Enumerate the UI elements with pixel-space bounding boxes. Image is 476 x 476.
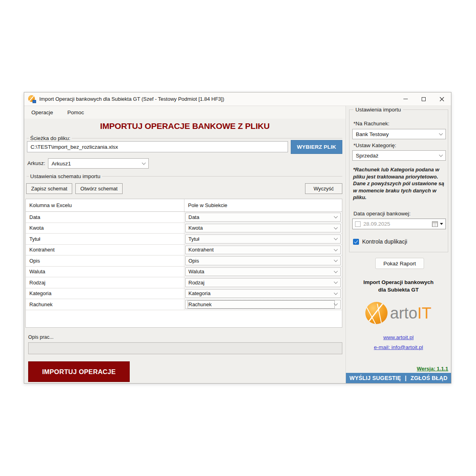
table-row: Opis Opis	[26, 255, 342, 267]
titlebar: Import Operacji bankowych dla Subiekta G…	[24, 92, 451, 106]
chevron-down-icon	[439, 153, 443, 157]
priority-note: *Rachunek lub Kategoria podana w pliku j…	[353, 166, 445, 201]
operation-date-picker[interactable]: 28.09.2025	[352, 219, 446, 229]
chevron-down-icon	[334, 236, 338, 240]
app-window: Import Operacji bankowych dla Subiekta G…	[24, 92, 451, 384]
table-row: Tytuł Tytuł	[26, 234, 342, 245]
window-title: Import Operacji bankowych dla Subiekta G…	[39, 96, 224, 102]
chevron-down-icon	[334, 291, 338, 295]
subiekt-field-value: Tytuł	[188, 235, 334, 243]
operation-date-label: Data operacji bankowej:	[353, 211, 411, 217]
schema-group-label: Ustawienia schematu importu	[30, 173, 102, 179]
category-label: *Ustaw Kategorię:	[353, 142, 396, 148]
save-schema-button[interactable]: Zapisz schemat	[26, 183, 72, 194]
subiekt-field-combo[interactable]: Data	[185, 213, 341, 222]
account-select-value: Bank Testowy	[356, 131, 389, 137]
subiekt-field-combo[interactable]: Rodzaj	[185, 278, 341, 287]
branding-line-2: dla Subiekta GT	[346, 287, 451, 293]
subiekt-field-combo[interactable]: Kategoria	[185, 289, 341, 298]
table-row: Waluta Waluta	[26, 267, 342, 278]
excel-column-cell: Kategoria	[26, 288, 184, 299]
date-dropdown-arrow-icon[interactable]	[440, 223, 443, 225]
logo-text-gray: arto	[390, 304, 417, 322]
subiekt-field-combo[interactable]: Opis	[185, 256, 341, 265]
table-row: Data Data	[26, 212, 342, 223]
subiekt-field-combo[interactable]: Rachunek	[185, 300, 341, 309]
chevron-down-icon	[439, 132, 443, 136]
table-row: Kategoria Kategoria	[26, 288, 342, 299]
chevron-down-icon	[334, 225, 338, 229]
maximize-button[interactable]	[415, 92, 433, 106]
main-area: Operacje Pomoc IMPORTUJ OPERACJE BANKOWE…	[24, 106, 345, 383]
logo-text-orange: IT	[417, 304, 432, 322]
duplicate-check-checkbox[interactable]	[353, 239, 359, 245]
subiekt-field-value: Waluta	[188, 268, 334, 275]
choose-file-button[interactable]: WYBIERZ PLIK	[291, 140, 342, 154]
import-operations-button[interactable]: IMPORTUJ OPERACJE	[28, 361, 130, 382]
subiekt-field-value: Kontrahent	[188, 246, 334, 253]
page-background: Import Operacji bankowych dla Subiekta G…	[0, 0, 476, 476]
subiekt-field-value: Rachunek	[188, 301, 334, 308]
category-select[interactable]: Sprzedaż	[352, 150, 446, 161]
chevron-down-icon	[142, 161, 146, 165]
open-schema-button[interactable]: Otwórz schemat	[75, 183, 123, 194]
app-logo-icon	[28, 95, 36, 103]
menu-pomoc[interactable]: Pomoc	[66, 108, 86, 117]
table-row: Rodzaj Rodzaj	[26, 277, 342, 288]
table-row: Kwota Kwota	[26, 223, 342, 234]
file-path-input[interactable]	[27, 141, 288, 152]
version-link[interactable]: Wersja: 1.1.1	[417, 366, 448, 372]
subiekt-field-combo[interactable]: Kwota	[185, 224, 341, 233]
branding-line-1: Import Operacji bankowych	[346, 279, 451, 285]
excel-column-cell: Tytuł	[26, 234, 184, 244]
chevron-down-icon	[334, 269, 338, 273]
subiekt-field-combo[interactable]: Tytuł	[185, 234, 341, 244]
duplicate-check-label: Kontrola duplikacji	[362, 238, 407, 245]
close-button[interactable]	[433, 92, 451, 106]
mapping-table-header: Kolumna w Excelu Pole w Subiekcie	[26, 199, 342, 212]
report-bug-link[interactable]: ZGŁOŚ BŁĄD	[411, 375, 447, 381]
subiekt-field-combo[interactable]: Kontrahent	[185, 246, 341, 255]
clear-button[interactable]: Wyczyść	[305, 183, 342, 194]
subiekt-field-header: Pole w Subiekcie	[184, 199, 342, 211]
account-select[interactable]: Bank Testowy	[352, 129, 446, 139]
subiekt-field-combo[interactable]: Waluta	[185, 267, 341, 276]
artoit-sphere-icon	[365, 302, 388, 324]
close-icon	[440, 97, 444, 102]
menu-operacje[interactable]: Operacje	[30, 108, 55, 117]
chevron-down-icon	[334, 302, 338, 306]
minimize-icon	[403, 99, 408, 100]
chevron-down-icon	[334, 280, 338, 284]
progress-bar	[28, 342, 342, 354]
maximize-icon	[422, 97, 426, 101]
excel-column-cell: Rodzaj	[26, 277, 184, 288]
chevron-down-icon	[334, 215, 338, 219]
subiekt-field-value: Kwota	[188, 224, 334, 232]
calendar-icon	[432, 221, 438, 227]
date-checkbox[interactable]	[355, 221, 361, 227]
excel-column-cell: Waluta	[26, 267, 184, 277]
sheet-select-value: Arkusz1	[52, 161, 71, 167]
account-label: *Na Rachunek:	[353, 121, 390, 127]
duplicate-check-row: Kontrola duplikacji	[353, 238, 407, 245]
footer-separator: |	[405, 375, 407, 381]
minimize-button[interactable]	[396, 92, 415, 106]
chevron-down-icon	[334, 247, 338, 251]
excel-column-cell: Kwota	[26, 223, 184, 234]
excel-column-cell: Opis	[26, 255, 184, 266]
show-report-button[interactable]: Pokaż Raport	[375, 258, 424, 269]
footer-bar: WYŚLIJ SUGESTIĘ | ZGŁOŚ BŁĄD	[346, 373, 451, 383]
website-link[interactable]: www.artoit.pl	[383, 334, 414, 340]
subiekt-field-value: Opis	[188, 257, 334, 265]
progress-label: Opis prac...	[28, 334, 54, 340]
sheet-label: Arkusz:	[27, 160, 45, 166]
category-select-value: Sprzedaż	[356, 153, 378, 159]
date-value: 28.09.2025	[363, 221, 432, 227]
chevron-down-icon	[334, 258, 338, 262]
sheet-select[interactable]: Arkusz1	[48, 158, 149, 169]
excel-column-cell: Kontrahent	[26, 245, 184, 255]
excel-column-cell: Data	[26, 212, 184, 223]
send-suggestion-link[interactable]: WYŚLIJ SUGESTIĘ	[349, 375, 401, 381]
email-link[interactable]: e-mail: info@artoit.pl	[374, 344, 423, 350]
settings-panel: Ustawienia importu *Na Rachunek: Bank Te…	[345, 106, 451, 383]
